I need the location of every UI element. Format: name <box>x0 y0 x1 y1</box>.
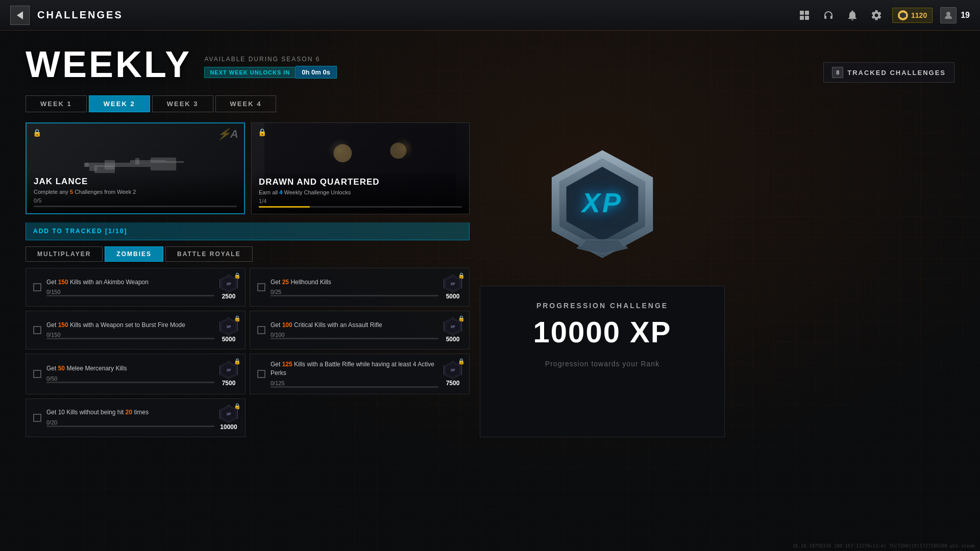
challenge-5-suffix: Melee Mercenary Kills <box>66 365 127 372</box>
back-arrow-icon <box>17 11 23 19</box>
challenge-1-xp-section: XP 2500 <box>219 274 238 300</box>
challenge-2-xp-section: XP 5000 <box>444 274 462 300</box>
challenge-2-progress: 0/25 <box>271 289 438 295</box>
unlock-label: NEXT WEEK UNLOCKS IN <box>204 67 296 78</box>
challenge-item-4: 🔒 Get 100 Critical Kills with an Assault… <box>250 311 470 349</box>
week-tab-2[interactable]: WEEK 2 <box>89 95 150 112</box>
challenge-1-highlight: 150 <box>58 279 68 286</box>
weekly-header: WEEKLY AVAILABLE DURING SEASON 6 NEXT WE… <box>26 46 954 83</box>
drawn-quartered-title: DRAWN AND QUARTERED <box>259 177 462 187</box>
challenge-6-progress: 0/125 <box>271 380 438 386</box>
challenge-checkbox-7[interactable] <box>33 414 41 422</box>
challenge-info-5: Get 50 Melee Mercenary Kills 0/50 <box>46 364 214 383</box>
jak-lance-card[interactable]: 🔒 ⚡A JAK LANCE Complete any 5 Challenges… <box>26 122 245 214</box>
challenge-checkbox-6[interactable] <box>257 370 265 378</box>
filter-tab-battle-royale[interactable]: BATTLE ROYALE <box>165 246 253 262</box>
right-panel: XP PROGRESSION CHALLENGE 10000 XP Progre… <box>480 122 725 437</box>
progression-xp-value: 10000 XP <box>496 317 709 347</box>
challenge-info-1: Get 150 Kills with an Akimbo Weapon 0/15… <box>46 278 214 297</box>
currency-badge[interactable]: 1120 <box>892 8 933 23</box>
filter-tab-zombies[interactable]: ZOMBIES <box>105 246 163 262</box>
brand-logo-jak: ⚡A <box>217 128 238 141</box>
challenge-5-xp-section: XP 7500 <box>219 361 238 387</box>
svg-marker-20 <box>580 241 625 254</box>
week-tab-4[interactable]: WEEK 4 <box>215 95 277 112</box>
jak-card-content: JAK LANCE Complete any 5 Challenges from… <box>27 171 244 213</box>
challenge-3-progress: 0/150 <box>46 332 214 338</box>
progression-description: Progression towards your Rank <box>496 360 709 368</box>
challenge-4-suffix: Critical Kills with an Assault Rifle <box>294 321 382 329</box>
drawn-quartered-card[interactable]: 🔒 DRAWN AND QUARTERED Earn all 4 Weekly … <box>251 122 470 214</box>
jak-progress-text: 0/5 <box>34 197 237 204</box>
challenge-info-6: Get 125 Kills with a Battle Rifle while … <box>271 360 438 388</box>
challenge-7-suffix: times <box>134 409 149 416</box>
challenge-text-6: Get 125 Kills with a Battle Rifle while … <box>271 360 438 378</box>
challenge-1-xp-value: 2500 <box>219 293 238 300</box>
back-button[interactable] <box>10 6 30 25</box>
challenge-7-progress: 0/20 <box>46 419 214 425</box>
challenge-text-7: Get 10 Kills without being hit 20 times <box>46 408 214 417</box>
lock-icon-drawn: 🔒 <box>258 128 266 137</box>
filter-tab-multiplayer[interactable]: MULTIPLAYER <box>26 246 103 262</box>
settings-icon[interactable] <box>868 7 885 23</box>
challenge-text-3: Get 150 Kills with a Weapon set to Burst… <box>46 321 214 330</box>
challenge-7-prefix: Get 10 Kills without being hit <box>46 409 126 416</box>
challenge-checkbox-1[interactable] <box>33 283 41 291</box>
main-content: WEEKLY AVAILABLE DURING SEASON 6 NEXT WE… <box>0 31 980 447</box>
xp-badge-container: XP <box>480 122 725 286</box>
challenge-3-suffix: Kills with a Weapon set to Burst Fire Mo… <box>70 321 185 329</box>
challenge-info-2: Get 25 Hellhound Kills 0/25 <box>271 278 438 297</box>
challenge-3-xp-section: XP 5000 <box>219 317 238 343</box>
unlock-time: 0h 0m 0s <box>296 66 337 79</box>
filter-tabs: MULTIPLAYER ZOMBIES BATTLE ROYALE <box>26 246 470 262</box>
player-icon[interactable] <box>940 7 957 23</box>
challenge-4-xp-section: XP 5000 <box>444 317 462 343</box>
challenge-checkbox-3[interactable] <box>33 326 41 334</box>
challenge-2-highlight: 25 <box>282 279 289 286</box>
challenge-item-3: 🔒 Get 150 Kills with a Weapon set to Bur… <box>26 311 246 349</box>
progression-challenge-box: PROGRESSION CHALLENGE 10000 XP Progressi… <box>480 286 725 437</box>
challenge-5-progress: 0/50 <box>46 375 214 382</box>
challenge-checkbox-4[interactable] <box>257 326 265 334</box>
currency-icon <box>898 10 908 20</box>
drawn-desc-suffix: Weekly Challenge Unlocks <box>284 189 351 195</box>
progression-title: PROGRESSION CHALLENGE <box>496 302 709 310</box>
svg-rect-9 <box>135 158 139 164</box>
weekly-title: WEEKLY <box>26 46 191 83</box>
challenge-3-bar <box>46 338 214 339</box>
drawn-highlight: 4 <box>279 189 282 195</box>
debug-info: 10.18.19750334 [88:167:11278+11:A] Th[72… <box>792 543 975 548</box>
jak-desc-prefix: Complete any <box>34 189 68 195</box>
challenge-4-progress: 0/100 <box>271 332 438 338</box>
grid-icon[interactable] <box>796 7 813 23</box>
challenge-5-bar <box>46 382 214 383</box>
challenge-2-xp-value: 5000 <box>444 293 462 300</box>
week-tab-1[interactable]: WEEK 1 <box>26 95 87 112</box>
svg-rect-6 <box>166 161 184 163</box>
available-text: AVAILABLE DURING SEASON 6 <box>204 56 337 63</box>
challenge-2-bar <box>271 295 438 296</box>
bell-icon[interactable] <box>844 7 861 23</box>
challenge-checkbox-5[interactable] <box>33 370 41 378</box>
weekly-title-section: WEEKLY AVAILABLE DURING SEASON 6 NEXT WE… <box>26 46 337 83</box>
season-info: AVAILABLE DURING SEASON 6 NEXT WEEK UNLO… <box>204 56 337 83</box>
week-tab-3[interactable]: WEEK 3 <box>152 95 213 112</box>
challenge-checkbox-2[interactable] <box>257 283 265 291</box>
challenge-6-bar <box>271 386 438 388</box>
challenge-text-1: Get 150 Kills with an Akimbo Weapon <box>46 278 214 287</box>
drawn-progress-fill <box>259 206 310 208</box>
jak-progress-bar <box>34 206 237 207</box>
challenge-4-bar <box>271 338 438 339</box>
drawn-quartered-desc: Earn all 4 Weekly Challenge Unlocks <box>259 189 462 195</box>
challenge-7-xp-value: 10000 <box>219 423 238 431</box>
tracked-challenges-button[interactable]: 8 TRACKED CHALLENGES <box>823 62 954 83</box>
jak-lance-desc: Complete any 5 Challenges from Week 2 <box>34 189 237 195</box>
add-to-tracked-button[interactable]: ADD TO TRACKED [1/10] <box>26 222 470 240</box>
headphones-icon[interactable] <box>820 7 837 23</box>
unlock-timer: NEXT WEEK UNLOCKS IN 0h 0m 0s <box>204 66 337 79</box>
challenge-text-5: Get 50 Melee Mercenary Kills <box>46 364 214 373</box>
svg-rect-3 <box>151 158 176 170</box>
challenge-3-xp-value: 5000 <box>219 336 238 343</box>
xp-badge: XP <box>546 148 658 260</box>
tracked-badge-count: 8 <box>832 67 843 78</box>
